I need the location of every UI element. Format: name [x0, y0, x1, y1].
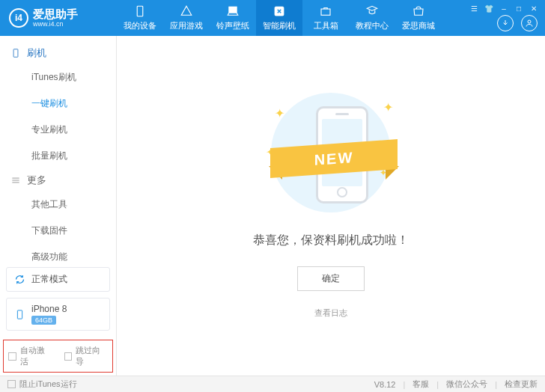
sidebar-heading-flash[interactable]: 刷机 — [0, 42, 116, 64]
svg-rect-3 — [321, 9, 330, 15]
download-button[interactable] — [497, 15, 514, 31]
sidebar-item-pro-flash[interactable]: 专业刷机 — [0, 117, 116, 143]
sidebar-item-advanced[interactable]: 高级功能 — [0, 244, 116, 264]
nav-label: 应用游戏 — [170, 20, 203, 31]
maximize-button[interactable]: □ — [514, 3, 524, 13]
success-message: 恭喜您，保资料刷机成功啦！ — [253, 233, 409, 248]
shirt-icon[interactable]: 👕 — [484, 3, 494, 13]
ribbon-text: NEW — [270, 139, 398, 178]
check-update-link[interactable]: 检查更新 — [505, 379, 538, 390]
nav-label: 教程中心 — [356, 20, 389, 31]
svg-rect-5 — [13, 49, 18, 58]
refresh-icon — [14, 274, 25, 285]
svg-rect-0 — [137, 6, 143, 16]
nav-ringtones[interactable]: 铃声壁纸 — [210, 0, 256, 36]
status-bar: 阻止iTunes运行 V8.12 | 客服 | 微信公众号 | 检查更新 — [0, 376, 545, 392]
skip-wizard-checkbox[interactable]: 跳过向导 — [64, 345, 109, 367]
svg-rect-9 — [17, 310, 22, 318]
nav-toolbox[interactable]: 工具箱 — [302, 0, 349, 36]
support-link[interactable]: 客服 — [412, 379, 429, 390]
wechat-link[interactable]: 微信公众号 — [446, 379, 487, 390]
sidebar-heading-label: 更多 — [27, 174, 46, 187]
confirm-button[interactable]: 确定 — [297, 266, 365, 291]
sidebar-item-batch-flash[interactable]: 批量刷机 — [0, 143, 116, 169]
options-highlight: 自动激活 跳过向导 — [3, 340, 113, 373]
prevent-itunes-checkbox[interactable]: 阻止iTunes运行 — [7, 379, 77, 390]
main-content: ✦ ✦ ✦ ✦ NEW 恭喜您，保资料刷机成功啦！ 确定 查看日志 — [117, 36, 545, 376]
nav-label: 我的设备 — [124, 20, 156, 31]
checkbox-label: 阻止iTunes运行 — [19, 379, 77, 390]
device-name: iPhone 8 — [31, 304, 67, 314]
sidebar: 刷机 iTunes刷机 一键刷机 专业刷机 批量刷机 更多 其他工具 下载固件 … — [0, 36, 117, 376]
app-title: 爱思助手 — [33, 8, 78, 19]
nav-flash[interactable]: 智能刷机 — [256, 0, 302, 36]
nav-store[interactable]: 爱思商城 — [395, 0, 442, 36]
user-button[interactable] — [521, 15, 538, 31]
top-nav: 我的设备 应用游戏 铃声壁纸 智能刷机 工具箱 教程中心 爱思商城 — [117, 0, 442, 36]
nav-label: 工具箱 — [314, 20, 338, 31]
sidebar-heading-more[interactable]: 更多 — [0, 169, 116, 192]
app-url: www.i4.cn — [33, 21, 78, 28]
close-button[interactable]: ✕ — [529, 3, 539, 13]
success-illustration: ✦ ✦ ✦ ✦ NEW — [252, 93, 409, 216]
nav-label: 爱思商城 — [402, 20, 435, 31]
mode-label: 正常模式 — [31, 273, 67, 286]
minimize-button[interactable]: – — [499, 3, 509, 13]
storage-badge: 64GB — [31, 316, 56, 325]
nav-my-device[interactable]: 我的设备 — [117, 0, 163, 36]
nav-tutorials[interactable]: 教程中心 — [349, 0, 395, 36]
sidebar-heading-label: 刷机 — [27, 46, 46, 60]
nav-label: 铃声壁纸 — [216, 20, 249, 31]
settings-icon[interactable]: ☰ — [469, 3, 479, 13]
version-label: V8.12 — [374, 380, 396, 389]
view-log-link[interactable]: 查看日志 — [314, 307, 347, 319]
nav-apps[interactable]: 应用游戏 — [163, 0, 210, 36]
svg-point-4 — [528, 20, 531, 23]
auto-activate-checkbox[interactable]: 自动激活 — [8, 345, 52, 367]
sidebar-item-other-tools[interactable]: 其他工具 — [0, 192, 116, 218]
nav-label: 智能刷机 — [263, 20, 296, 31]
sidebar-item-download-firmware[interactable]: 下载固件 — [0, 218, 116, 244]
checkbox-label: 自动激活 — [20, 345, 52, 367]
mode-card[interactable]: 正常模式 — [6, 267, 110, 292]
device-card[interactable]: iPhone 8 64GB — [6, 298, 110, 331]
logo-icon: i4 — [9, 8, 28, 28]
svg-rect-1 — [229, 7, 237, 13]
app-logo: i4 爱思助手 www.i4.cn — [0, 8, 117, 28]
checkbox-label: 跳过向导 — [76, 345, 108, 367]
sidebar-item-itunes-flash[interactable]: iTunes刷机 — [0, 64, 116, 91]
sidebar-item-onekey-flash[interactable]: 一键刷机 — [0, 91, 116, 117]
phone-icon — [14, 309, 25, 320]
